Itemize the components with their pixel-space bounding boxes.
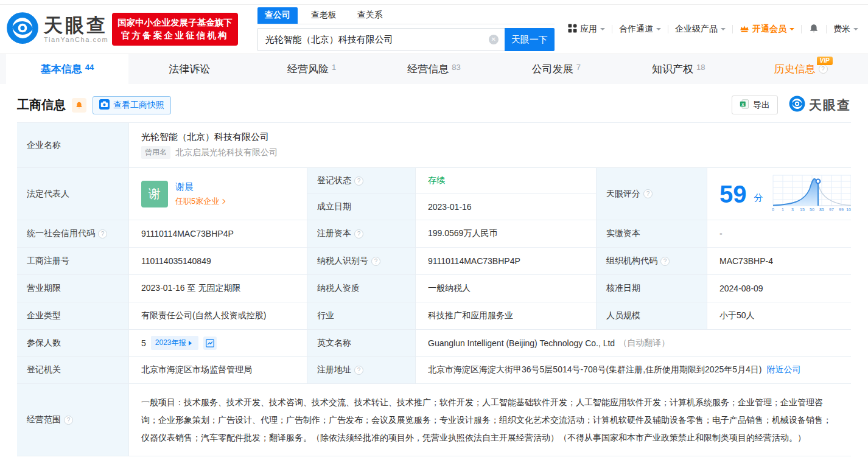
field-label: 参保人数 bbox=[27, 338, 61, 349]
tab-operation-info[interactable]: 经营信息 83 bbox=[373, 54, 495, 84]
subscribe-bell-icon[interactable] bbox=[72, 98, 86, 113]
field-label: 核准日期 bbox=[606, 283, 640, 294]
insured-cell: 5 2023年报 bbox=[129, 330, 307, 357]
question-icon[interactable]: ? bbox=[354, 176, 363, 186]
nav-open-vip[interactable]: 开通会员 bbox=[740, 24, 794, 35]
nav-partner-label: 合作通道 bbox=[619, 24, 653, 35]
tab-basic-info[interactable]: 基本信息 44 bbox=[6, 54, 128, 84]
score-cell: 59 分 bbox=[707, 168, 851, 220]
svg-text:97: 97 bbox=[829, 207, 834, 212]
question-icon[interactable]: ? bbox=[64, 416, 73, 425]
nav-enterprise[interactable]: 企业级产品 bbox=[675, 24, 726, 35]
tab-label: 经营风险 bbox=[287, 62, 329, 76]
field-label: 纳税人资质 bbox=[317, 283, 360, 294]
tab-intellectual-property[interactable]: 知识产权 18 bbox=[617, 54, 740, 84]
nearby-companies-link[interactable]: 附近公司 bbox=[766, 364, 800, 375]
question-icon[interactable]: ? bbox=[371, 257, 380, 266]
business-scope-label-cell: 经营范围? bbox=[17, 384, 129, 456]
question-icon[interactable]: ? bbox=[819, 64, 828, 74]
taxpayer-id-cell: 91110114MAC73BHP4P bbox=[416, 248, 597, 275]
question-icon[interactable]: ? bbox=[643, 189, 653, 198]
clear-icon[interactable]: ✕ bbox=[489, 35, 499, 44]
reg-status-label-cell: 登记状态 ? bbox=[307, 168, 416, 194]
chevron-right-icon bbox=[220, 198, 225, 203]
field-label: 经营范围 bbox=[27, 414, 61, 425]
annual-report-label: 2023年报 bbox=[155, 338, 186, 348]
search-tab-relation[interactable]: 查关系 bbox=[350, 7, 390, 24]
tianyancha-logo-icon bbox=[6, 12, 39, 47]
caret-down-icon bbox=[721, 28, 726, 33]
svg-text:0: 0 bbox=[772, 207, 774, 212]
annual-report-link[interactable]: 2023年报 bbox=[151, 336, 198, 350]
tab-count: 83 bbox=[452, 63, 460, 72]
divider bbox=[732, 25, 733, 33]
username-label: 费米 bbox=[833, 24, 850, 35]
nav-partner[interactable]: 合作通道 bbox=[619, 24, 661, 35]
view-snapshot-button[interactable]: 查看工商快照 bbox=[93, 96, 171, 114]
notification-bell[interactable] bbox=[808, 23, 819, 36]
legal-rep-name-link[interactable]: 谢晨 bbox=[175, 181, 225, 193]
trend-chart-icon[interactable] bbox=[203, 336, 217, 350]
tab-legal-litigation[interactable]: 法律诉讼 bbox=[128, 54, 251, 84]
question-icon[interactable]: ? bbox=[354, 366, 363, 375]
field-label: 人员规模 bbox=[606, 310, 640, 321]
english-name-label-cell: 英文名称 bbox=[307, 330, 416, 357]
triangle-right-icon bbox=[189, 341, 194, 346]
score-unit: 分 bbox=[754, 192, 763, 204]
score-value: 59 bbox=[719, 182, 747, 206]
field-value: 91110114MAC73BHP4P bbox=[428, 256, 520, 266]
nav-open-vip-label: 开通会员 bbox=[752, 24, 786, 35]
tab-label: 经营信息 bbox=[407, 62, 449, 76]
export-label: 导出 bbox=[753, 100, 770, 111]
svg-text:15: 15 bbox=[800, 207, 805, 212]
reg-number-label-cell: 工商注册号 bbox=[17, 248, 129, 275]
avatar[interactable]: 谢 bbox=[141, 181, 168, 207]
question-icon[interactable]: ? bbox=[660, 257, 670, 266]
tab-operation-risk[interactable]: 经营风险 1 bbox=[251, 54, 373, 84]
tab-label: 历史信息 bbox=[774, 62, 816, 76]
gov-credential-badge: 国家中小企业发展子基金旗下 官方备案企业征信机构 bbox=[112, 13, 238, 46]
divider bbox=[668, 25, 668, 33]
tianyancha-logo[interactable]: 天眼查 TianYanCha.com bbox=[6, 12, 108, 47]
tab-count: 7 bbox=[576, 63, 581, 72]
field-label: 纳税人识别号 bbox=[317, 256, 368, 267]
search-button[interactable]: 天眼一下 bbox=[505, 28, 555, 51]
question-icon[interactable]: ? bbox=[98, 229, 107, 239]
taxpayer-quality-cell: 一般纳税人 bbox=[416, 275, 597, 302]
english-name: Guanglun Intelligent (Beijing) Technolog… bbox=[428, 338, 615, 348]
section-title: 工商信息 bbox=[17, 97, 66, 113]
export-button[interactable]: x 导出 bbox=[732, 96, 778, 114]
field-label: 注册资本 bbox=[317, 228, 351, 239]
company-section-tabs: 基本信息 44 法律诉讼 经营风险 1 经营信息 83 公司发展 7 知识产权 … bbox=[0, 54, 868, 84]
business-term-cell: 2023-01-16 至 无固定期限 bbox=[129, 275, 307, 302]
search-tab-boss[interactable]: 查老板 bbox=[304, 7, 344, 24]
taxpayer-quality-label-cell: 纳税人资质 bbox=[307, 275, 416, 302]
question-icon[interactable]: ? bbox=[354, 229, 363, 239]
field-value: - bbox=[719, 229, 723, 239]
nav-apps[interactable]: 应用 bbox=[568, 24, 605, 35]
nav-username[interactable]: 费米 bbox=[833, 24, 858, 35]
legal-rep-companies-label: 任职5家企业 bbox=[175, 196, 219, 207]
logo-domain: TianYanCha.com bbox=[44, 36, 108, 43]
staff-size-cell: 小于50人 bbox=[707, 302, 851, 330]
divider bbox=[801, 25, 802, 33]
search-tabs: 查公司 查老板 查关系 bbox=[257, 7, 555, 24]
search-input[interactable] bbox=[257, 28, 505, 51]
tab-company-development[interactable]: 公司发展 7 bbox=[495, 54, 617, 84]
field-label: 成立日期 bbox=[317, 201, 351, 212]
tianyancha-logo-icon bbox=[789, 96, 805, 114]
search-tab-company[interactable]: 查公司 bbox=[257, 7, 298, 24]
company-type-label-cell: 企业类型 bbox=[17, 302, 129, 330]
svg-text:85: 85 bbox=[819, 207, 824, 212]
tab-label: 知识产权 bbox=[652, 62, 693, 76]
legal-rep-companies-link[interactable]: 任职5家企业 bbox=[175, 196, 225, 207]
divider bbox=[612, 25, 612, 33]
approval-date-label-cell: 核准日期 bbox=[597, 275, 707, 302]
field-label: 工商注册号 bbox=[27, 256, 69, 267]
field-label: 营业期限 bbox=[27, 283, 61, 294]
field-label: 实缴资本 bbox=[606, 228, 640, 239]
caret-down-icon bbox=[853, 28, 858, 33]
svg-text:100: 100 bbox=[846, 207, 851, 212]
tab-history-info[interactable]: VIP 历史信息 ? bbox=[740, 54, 862, 84]
crown-icon bbox=[740, 24, 749, 35]
